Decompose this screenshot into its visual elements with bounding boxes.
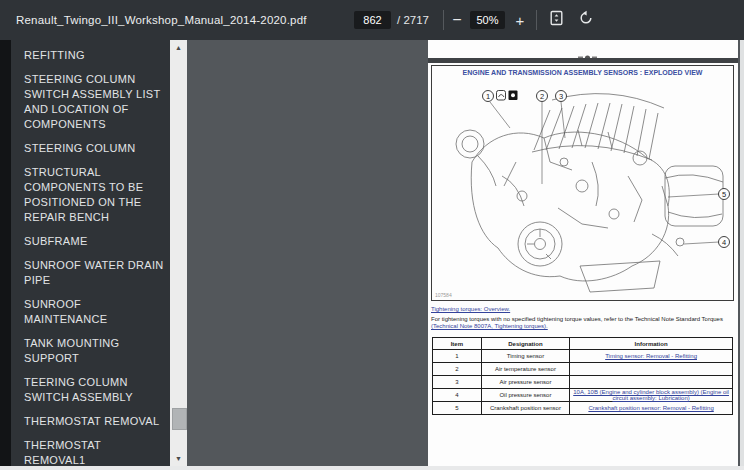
zoom-out-button[interactable]: −	[448, 0, 466, 40]
rotate-button[interactable]	[576, 0, 596, 40]
sidebar-item-sunroof-maintenance[interactable]: SUNROOF MAINTENANCE	[24, 297, 164, 327]
scroll-up-button[interactable]: ▲	[170, 40, 187, 55]
table-row: 4 Oil pressure sensor 10A, 10B (Engine a…	[433, 389, 733, 402]
cell-info	[570, 363, 733, 376]
torque-note-text: For tightening torques with no specified…	[431, 316, 727, 330]
fit-to-page-icon	[549, 10, 564, 30]
main-scrollbar[interactable]	[740, 40, 744, 466]
sidebar-scrollbar-thumb[interactable]	[172, 408, 187, 430]
sidebar-item-steering-column-switch-list[interactable]: STEERING COLUMN SWITCH ASSEMBLY LIST AND…	[24, 72, 164, 132]
sidebar-item-refitting[interactable]: REFITTING	[24, 48, 164, 63]
zoom-in-button[interactable]: +	[511, 0, 529, 40]
sidebar-scrollbar[interactable]: ▲ ▼	[170, 40, 187, 466]
sidebar-item-sunroof-water-drain[interactable]: SUNROOF WATER DRAIN PIPE	[24, 258, 164, 288]
cell-item: 1	[433, 350, 482, 363]
document-title: Renault_Twingo_III_Workshop_Manual_2014-…	[16, 0, 307, 40]
cell-info: Crankshaft position sensor: Removal - Re…	[570, 402, 733, 415]
svg-text:3: 3	[559, 92, 563, 101]
sidebar-item-subframe[interactable]: SUBFRAME	[24, 234, 164, 249]
cell-designation: Oil pressure sensor	[481, 389, 570, 402]
outline-sidebar: REFITTING STEERING COLUMN SWITCH ASSEMBL…	[11, 40, 170, 466]
callout-4: 4	[719, 237, 730, 248]
callout-2: 2	[537, 91, 548, 102]
caution-pictogram-icon	[509, 91, 518, 101]
pdf-toolbar: Renault_Twingo_III_Workshop_Manual_2014-…	[0, 0, 744, 40]
callout-3: 3	[556, 91, 567, 102]
rotate-counterclockwise-icon	[578, 10, 594, 30]
table-row: 1 Timing sensor Timing sensor: Removal -…	[433, 350, 733, 363]
cell-designation: Air temperature sensor	[481, 363, 570, 376]
sidebar-item-thermostat-removal[interactable]: THERMOSTAT REMOVAL	[24, 414, 164, 429]
pdf-page-862: ENGINE AND TRANSMISSION ASSEMBLY SENSORS…	[428, 63, 738, 470]
svg-text:2: 2	[540, 92, 544, 101]
figure-number: 107584	[435, 292, 452, 298]
cell-designation: Air pressure sensor	[481, 376, 570, 389]
toolbar-divider	[443, 10, 444, 30]
table-header-row: Item Designation Information	[433, 338, 733, 350]
cell-item: 2	[433, 363, 482, 376]
fit-to-page-button[interactable]	[546, 0, 566, 40]
toolbar-divider-2	[536, 10, 537, 30]
callout-5: 5	[719, 189, 730, 200]
sidebar-item-steering-column[interactable]: STEERING COLUMN	[24, 141, 164, 156]
warning-pictogram-icon	[497, 91, 506, 101]
header-information: Information	[570, 338, 733, 350]
scroll-down-button[interactable]: ▼	[170, 451, 187, 466]
previous-page-fragment	[428, 40, 738, 58]
torque-overview-link[interactable]: Tightening torques: Overview.	[431, 306, 510, 312]
cell-info: Timing sensor: Removal - Refitting	[570, 350, 733, 363]
header-item: Item	[433, 338, 482, 350]
window-bottom-edge	[0, 466, 744, 470]
pdf-viewer-window: Renault_Twingo_III_Workshop_Manual_2014-…	[0, 0, 744, 470]
info-link[interactable]: 10A, 10B (Engine and cylinder block asse…	[573, 389, 729, 401]
cell-item: 3	[433, 376, 482, 389]
svg-text:5: 5	[722, 190, 726, 199]
technical-note-link[interactable]: (Technical Note 8007A, Tightening torque…	[431, 323, 548, 329]
header-designation: Designation	[481, 338, 570, 350]
sidebar-item-tank-mounting[interactable]: TANK MOUNTING SUPPORT	[24, 336, 164, 366]
table-row: 2 Air temperature sensor	[433, 363, 733, 376]
cell-info	[570, 376, 733, 389]
torque-note-prefix: For tightening torques with no specified…	[431, 316, 723, 322]
zoom-level[interactable]: 50%	[470, 11, 505, 29]
cell-item: 5	[433, 402, 482, 415]
info-link[interactable]: Timing sensor: Removal - Refitting	[605, 353, 697, 359]
page-number-input[interactable]: 862	[354, 11, 391, 29]
cell-designation: Crankshaft position sensor	[481, 402, 570, 415]
table-row: 5 Crankshaft position sensor Crankshaft …	[433, 402, 733, 415]
window-left-edge	[0, 40, 11, 470]
table-row: 3 Air pressure sensor	[433, 376, 733, 389]
page-count: / 2717	[397, 0, 429, 40]
sidebar-item-thermostat-removal1[interactable]: THERMOSTAT REMOVAL1	[24, 438, 164, 466]
sidebar-item-structural-components[interactable]: STRUCTURAL COMPONENTS TO BE POSITIONED O…	[24, 165, 164, 225]
cell-info: 10A, 10B (Engine and cylinder block asse…	[570, 389, 733, 402]
svg-text:4: 4	[722, 238, 726, 247]
cell-designation: Timing sensor	[481, 350, 570, 363]
info-link[interactable]: Crankshaft position sensor: Removal - Re…	[588, 405, 713, 411]
engine-diagram: 1 2 3	[432, 66, 731, 298]
sensors-table: Item Designation Information 1 Timing se…	[432, 337, 733, 415]
figure-frame: ENGINE AND TRANSMISSION ASSEMBLY SENSORS…	[431, 65, 734, 301]
callout-1: 1	[483, 91, 494, 102]
svg-text:1: 1	[486, 92, 490, 101]
cell-item: 4	[433, 389, 482, 402]
sidebar-item-teering-column-switch[interactable]: TEERING COLUMN SWITCH ASSEMBLY	[24, 375, 164, 405]
